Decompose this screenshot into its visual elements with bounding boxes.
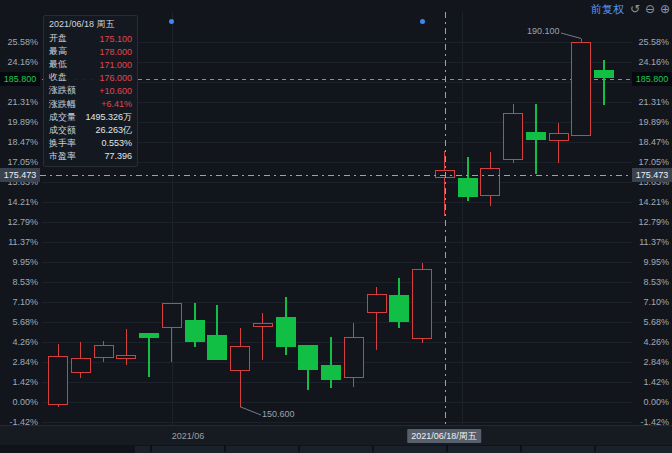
h-gridline: [42, 362, 632, 363]
h-gridline: [42, 222, 632, 223]
y-axis-tick-left: 9.95%: [0, 257, 38, 267]
kline-chart-panel: 25.58%25.58%24.16%24.16%22.73%22.73%21.3…: [0, 0, 672, 453]
h-gridline: [42, 422, 632, 423]
candle-body: [321, 365, 341, 380]
candle-body: [48, 356, 68, 405]
timeline-scrollbar[interactable]: [0, 445, 672, 453]
h-gridline: [42, 282, 632, 283]
tooltip-row: 成交额26.263亿: [49, 124, 132, 137]
y-axis-tick-left: 2.84%: [0, 357, 38, 367]
y-axis-tick-left: 24.16%: [0, 57, 38, 67]
candle-body: [367, 294, 387, 314]
tooltip-value: 171.000: [99, 60, 132, 70]
last-price-tag-right: 185.800: [632, 72, 672, 86]
candle-body: [116, 355, 136, 359]
event-marker-dot[interactable]: [169, 19, 174, 24]
scrollbar-separator: [372, 445, 374, 452]
candle-body: [139, 333, 159, 338]
y-axis-tick-left: 21.31%: [0, 97, 38, 107]
undo-icon[interactable]: ↺: [630, 2, 640, 17]
y-axis-tick-right: 25.58%: [638, 37, 669, 47]
tooltip-row: 换手率0.553%: [49, 137, 132, 150]
candle-body: [162, 303, 182, 328]
scrollbar-separator: [594, 445, 596, 452]
tooltip-label: 最高: [49, 45, 67, 58]
y-axis-tick-left: 8.53%: [0, 277, 38, 287]
candle-wick: [603, 60, 605, 105]
candle-wick: [262, 313, 263, 360]
tooltip-label: 最低: [49, 58, 67, 71]
tooltip-row: 开盘175.100: [49, 32, 132, 45]
y-axis-tick-right: 21.31%: [638, 97, 669, 107]
y-axis-tick-left: 0.00%: [0, 397, 38, 407]
zoom-in-icon[interactable]: ⊕: [660, 2, 670, 17]
tooltip-label: 市盈率: [49, 150, 76, 163]
y-axis-tick-right: 24.16%: [638, 57, 669, 67]
candle-body: [298, 345, 318, 370]
y-axis-tick-right: 18.47%: [638, 137, 669, 147]
v-gridline: [172, 12, 173, 425]
crosshair-price-tag-left: 175.473: [0, 168, 40, 182]
last-price-tag-left: 185.800: [0, 72, 40, 86]
y-axis-tick-right: 19.89%: [638, 117, 669, 127]
candle-wick: [330, 337, 332, 388]
y-axis-tick-right: 14.21%: [638, 197, 669, 207]
y-axis-tick-right: 17.05%: [638, 157, 669, 167]
y-axis-tick-left: 4.26%: [0, 337, 38, 347]
candle-body: [94, 345, 114, 358]
scrollbar-thumb[interactable]: [135, 446, 672, 453]
y-axis-tick-right: 9.95%: [643, 257, 669, 267]
event-marker-dot[interactable]: [420, 19, 425, 24]
tooltip-value: +10.600: [99, 86, 132, 96]
tooltip-value: 175.100: [99, 34, 132, 44]
y-axis-tick-left: 17.05%: [0, 157, 38, 167]
crosshair-vertical-line: [445, 12, 446, 428]
tooltip-value: 178.000: [99, 47, 132, 57]
y-axis-tick-right: 11.37%: [639, 237, 669, 247]
y-axis-tick-left: 19.89%: [0, 117, 38, 127]
x-axis-label-month: 2021/06: [172, 429, 205, 443]
candle-body: [480, 168, 500, 196]
tooltip-value: 176.000: [99, 73, 132, 83]
candle-body: [207, 335, 227, 360]
h-gridline: [42, 262, 632, 263]
y-axis-tick-left: 18.47%: [0, 137, 38, 147]
candle-body: [412, 269, 432, 340]
candle-body: [549, 133, 569, 141]
candle-body: [230, 346, 250, 371]
tooltip-value: +6.41%: [101, 99, 132, 109]
tooltip-label: 开盘: [49, 32, 67, 45]
candle-body: [526, 132, 546, 140]
scrollbar-separator: [298, 445, 300, 452]
candle-body: [71, 358, 91, 373]
scrollbar-separator: [150, 445, 152, 452]
tooltip-value: 26.263亿: [95, 124, 132, 137]
candle-body: [503, 113, 523, 160]
y-axis-tick-right: 5.68%: [643, 317, 669, 327]
tooltip-label: 收盘: [49, 71, 67, 84]
scrollbar-separator: [446, 445, 448, 452]
tooltip-row: 涨跌额+10.600: [49, 84, 132, 97]
price-annotation: 150.600: [262, 409, 295, 419]
h-gridline: [42, 322, 632, 323]
candle-body: [458, 178, 478, 197]
h-gridline: [42, 382, 632, 383]
tooltip-value: 0.553%: [101, 138, 132, 148]
v-gridline: [462, 12, 463, 425]
forward-adjust-button[interactable]: 前复权: [591, 2, 624, 17]
zoom-out-icon[interactable]: ⊖: [645, 2, 655, 17]
tooltip-label: 成交量: [49, 111, 76, 124]
candle-body: [253, 323, 273, 328]
price-annotation: 190.100: [527, 26, 560, 36]
candle-wick: [558, 123, 559, 163]
tooltip-row: 最低171.000: [49, 58, 132, 71]
crosshair-horizontal-line: [40, 175, 632, 176]
candle-body: [571, 42, 591, 136]
tooltip-row: 最高178.000: [49, 45, 132, 58]
y-axis-tick-right: 2.84%: [643, 357, 669, 367]
crosshair-date-tag: 2021/06/18/周五: [407, 429, 481, 443]
y-axis-tick-left: 12.79%: [0, 217, 38, 227]
scrollbar-separator: [520, 445, 522, 452]
y-axis-tick-left: 7.10%: [0, 297, 38, 307]
tooltip-value: 77.396: [104, 151, 132, 161]
